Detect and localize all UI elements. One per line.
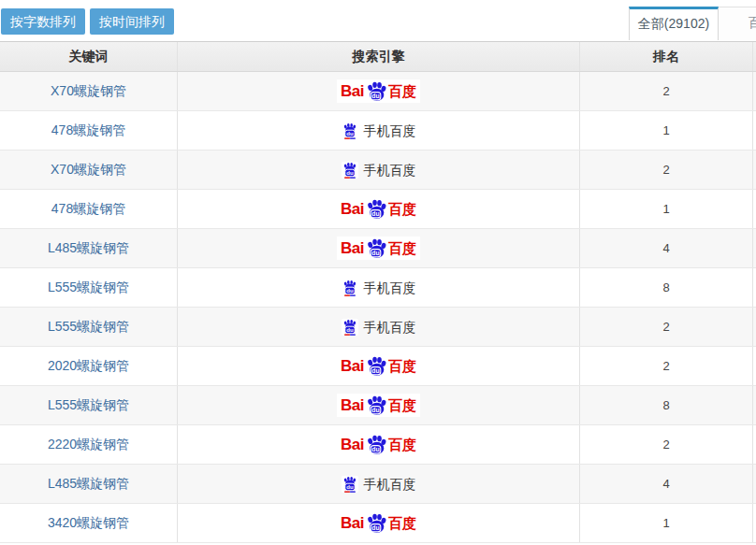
rank-cell: 1	[580, 111, 753, 150]
baidu-logo-bai-text: Bai	[341, 201, 364, 217]
keyword-link[interactable]: 3420螺旋钢管	[48, 515, 129, 532]
baidu-logo-bai-text: Bai	[341, 515, 364, 531]
table-row: X70螺旋钢管 Bai du 百度	[0, 151, 756, 190]
mobile-baidu-icon: du	[342, 476, 358, 493]
keyword-cell: L555螺旋钢管	[0, 386, 178, 424]
baidu-paw-icon: du	[365, 512, 387, 534]
baidu-desktop-logo: Bai du 百度	[337, 197, 420, 221]
keyword-link[interactable]: L485螺旋钢管	[48, 476, 129, 493]
keyword-cell: 2220螺旋钢管	[0, 425, 178, 464]
keyword-rank-page: 按字数排列 按时间排列 全部(29102) 百度 关键词 搜索引擎 排名 X70…	[0, 0, 756, 545]
rank-cell: 8	[580, 268, 753, 307]
keyword-link[interactable]: 478螺旋钢管	[51, 201, 125, 218]
keyword-link[interactable]: X70螺旋钢管	[51, 162, 126, 179]
table-row: 478螺旋钢管 Bai du 百度	[0, 111, 756, 151]
baidu-logo-cn-text: 百度	[388, 398, 416, 412]
keyword-link[interactable]: 478螺旋钢管	[51, 122, 125, 139]
engine-cell: Bai du 百度	[178, 229, 580, 267]
table-row: 478螺旋钢管 Bai du 百度	[0, 190, 756, 229]
column-header-rank: 排名	[580, 42, 753, 71]
table-row: X70螺旋钢管 Bai du 百度	[0, 72, 756, 111]
rank-value: 8	[662, 398, 669, 412]
engine-filter-tabs: 全部(29102) 百度	[629, 7, 756, 40]
svg-text:du: du	[371, 524, 379, 531]
tab-all[interactable]: 全部(29102)	[629, 7, 719, 40]
rank-cell: 4	[580, 229, 753, 267]
baidu-logo-cn-text: 百度	[388, 241, 416, 255]
table-row: L555螺旋钢管 Bai du 百度	[0, 308, 756, 347]
rank-value: 2	[662, 163, 669, 177]
rank-value: 1	[662, 516, 669, 530]
keyword-cell: 478螺旋钢管	[0, 111, 178, 150]
keyword-cell: 3420螺旋钢管	[0, 504, 178, 542]
table-row: L485螺旋钢管 Bai du 百度	[0, 465, 756, 504]
table-row: 2220螺旋钢管 Bai du 百度	[0, 425, 756, 465]
svg-text:du: du	[371, 250, 379, 256]
rank-cell: 2	[580, 347, 753, 385]
engine-cell: Bai du 百度	[178, 308, 580, 346]
mobile-baidu-engine: du 手机百度	[342, 319, 416, 336]
baidu-desktop-logo: Bai du 百度	[337, 354, 420, 378]
rank-value: 2	[662, 84, 669, 98]
svg-text:du: du	[346, 484, 354, 490]
keyword-link[interactable]: L485螺旋钢管	[48, 240, 129, 257]
svg-text:du: du	[371, 210, 379, 217]
rank-cell: 4	[580, 465, 753, 503]
mobile-baidu-icon: du	[342, 122, 358, 139]
baidu-logo-cn-text: 百度	[388, 359, 416, 373]
engine-cell: Bai du 百度	[178, 190, 580, 228]
baidu-logo-cn-text: 百度	[388, 516, 416, 530]
rank-value: 1	[662, 202, 669, 216]
rank-value: 2	[662, 437, 669, 452]
svg-text:du: du	[371, 367, 379, 374]
mobile-baidu-engine: du 手机百度	[342, 476, 416, 493]
keyword-link[interactable]: X70螺旋钢管	[51, 83, 126, 100]
keyword-cell: L555螺旋钢管	[0, 308, 178, 346]
table-header-row: 关键词 搜索引擎 排名	[0, 42, 756, 72]
keyword-cell: 478螺旋钢管	[0, 190, 178, 228]
svg-text:du: du	[371, 93, 379, 99]
svg-text:du: du	[346, 170, 354, 176]
keyword-link[interactable]: 2020螺旋钢管	[48, 358, 129, 375]
baidu-paw-icon: du	[365, 237, 387, 259]
baidu-logo-cn-text: 百度	[388, 202, 416, 216]
baidu-paw-icon: du	[365, 355, 387, 377]
sort-by-wordcount-button[interactable]: 按字数排列	[1, 8, 85, 35]
svg-text:du: du	[346, 288, 354, 294]
baidu-logo-bai-text: Bai	[341, 83, 364, 99]
mobile-baidu-label: 手机百度	[364, 281, 416, 294]
keyword-link[interactable]: 2220螺旋钢管	[48, 437, 129, 453]
rank-cell: 8	[580, 386, 753, 424]
rank-value: 1	[662, 123, 669, 137]
baidu-logo-cn-text: 百度	[388, 84, 416, 98]
baidu-desktop-logo: Bai du 百度	[337, 237, 420, 260]
column-header-keyword: 关键词	[0, 42, 178, 71]
table-body: X70螺旋钢管 Bai du 百度	[0, 72, 756, 543]
keyword-link[interactable]: L555螺旋钢管	[48, 280, 129, 296]
svg-text:du: du	[346, 131, 354, 136]
rank-value: 2	[662, 359, 669, 373]
engine-cell: Bai du 百度	[178, 347, 580, 385]
baidu-paw-icon: du	[365, 394, 387, 416]
rank-value: 4	[662, 241, 669, 255]
mobile-baidu-label: 手机百度	[364, 124, 416, 137]
baidu-paw-icon: du	[365, 434, 387, 455]
rank-cell: 2	[580, 425, 753, 464]
engine-cell: Bai du 百度	[178, 268, 580, 307]
keyword-ranking-table: 关键词 搜索引擎 排名 X70螺旋钢管 Bai du 百度	[0, 41, 756, 543]
sort-by-time-button[interactable]: 按时间排列	[90, 8, 174, 35]
tab-baidu[interactable]: 百度	[719, 7, 756, 40]
baidu-desktop-logo: Bai du 百度	[337, 511, 420, 535]
keyword-cell: L485螺旋钢管	[0, 465, 178, 503]
table-row: 3420螺旋钢管 Bai du 百度	[0, 504, 756, 543]
toolbar: 按字数排列 按时间排列 全部(29102) 百度	[0, 0, 756, 41]
keyword-link[interactable]: L555螺旋钢管	[48, 397, 129, 414]
engine-cell: Bai du 百度	[178, 386, 580, 424]
keyword-link[interactable]: L555螺旋钢管	[48, 319, 129, 336]
mobile-baidu-engine: du 手机百度	[342, 122, 416, 139]
engine-cell: Bai du 百度	[178, 111, 580, 150]
engine-cell: Bai du 百度	[178, 425, 580, 464]
baidu-logo-bai-text: Bai	[341, 397, 364, 413]
table-row: L555螺旋钢管 Bai du 百度	[0, 268, 756, 308]
rank-cell: 1	[580, 504, 753, 542]
